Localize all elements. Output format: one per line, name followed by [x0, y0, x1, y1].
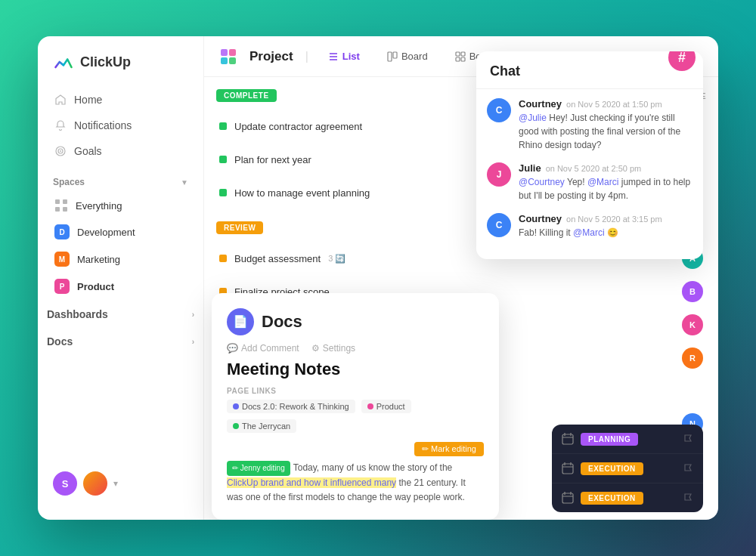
task-name: How to manage event planning — [234, 187, 370, 199]
page-link-dot — [367, 403, 373, 409]
task-count: 3 🔄 — [328, 254, 345, 264]
project-icon — [219, 48, 237, 66]
message-time: on Nov 5 2020 at 2:50 pm — [546, 164, 642, 173]
doc-title: Meeting Notes — [227, 360, 484, 379]
svg-rect-4 — [63, 199, 67, 204]
calendar-icon — [561, 462, 575, 475]
message-author: Julie — [519, 162, 541, 174]
status-badge-review: REVIEW — [216, 221, 263, 234]
execution-tag: EXECUTION — [581, 492, 643, 505]
avatar: K — [682, 314, 703, 335]
sidebar-docs[interactable]: Docs › — [38, 331, 203, 352]
message-avatar: C — [487, 98, 511, 122]
avatar: B — [682, 281, 703, 302]
sidebar-item-notifications[interactable]: Notifications — [47, 113, 194, 137]
message-time: on Nov 5 2020 at 3:15 pm — [566, 215, 662, 224]
logo-text: ClickUp — [80, 54, 131, 70]
marketing-badge: M — [54, 252, 70, 267]
page-link[interactable]: Product — [361, 400, 411, 413]
spaces-list: Everything D Development M Marketing P P… — [38, 193, 203, 301]
svg-rect-20 — [562, 434, 573, 444]
svg-rect-3 — [55, 199, 60, 204]
message-time: on Nov 5 2020 at 1:50 pm — [566, 100, 662, 109]
svg-rect-8 — [229, 49, 236, 56]
page-link[interactable]: The Jerrycan — [227, 419, 296, 433]
user-avatar[interactable]: S — [53, 471, 77, 496]
chat-title: Chat — [490, 63, 520, 79]
svg-point-2 — [60, 150, 61, 152]
task-dot — [219, 189, 227, 196]
flag-icon — [683, 463, 694, 474]
user-section: S ▾ — [38, 462, 203, 505]
svg-rect-9 — [221, 57, 228, 64]
svg-rect-15 — [393, 52, 397, 58]
svg-rect-18 — [456, 57, 460, 61]
jenny-editing-badge: ✏ Jenny editing — [227, 461, 290, 476]
svg-rect-16 — [456, 52, 460, 56]
logo[interactable]: ClickUp — [38, 51, 203, 88]
message-avatar: C — [487, 213, 511, 237]
task-name: Plan for next year — [234, 154, 311, 165]
message-author: Courtney — [519, 213, 562, 224]
sidebar-item-marketing[interactable]: M Marketing — [47, 246, 194, 272]
sidebar-item-everything[interactable]: Everything — [47, 193, 194, 218]
page-link[interactable]: Docs 2.0: Rework & Thinking — [227, 400, 355, 413]
sidebar-item-goals[interactable]: Goals — [47, 139, 194, 163]
sidebar: ClickUp Home Notifications — [38, 36, 204, 520]
chat-message: C Courtney on Nov 5 2020 at 1:50 pm @Jul… — [487, 98, 692, 152]
development-badge: D — [54, 224, 70, 239]
home-icon — [54, 94, 67, 106]
dashboards-chevron: › — [192, 310, 194, 319]
project-title: Project — [249, 49, 293, 64]
planning-row: EXECUTION — [552, 454, 703, 483]
product-badge: P — [54, 279, 70, 294]
notifications-label: Notifications — [74, 119, 132, 131]
svg-rect-24 — [562, 464, 573, 474]
board-icon — [387, 51, 398, 62]
sidebar-item-home[interactable]: Home — [47, 88, 194, 112]
message-content: Courtney on Nov 5 2020 at 3:15 pm Fab! K… — [519, 213, 662, 239]
tab-list[interactable]: List — [321, 47, 367, 66]
docs-panel-header: 📄 Docs — [227, 308, 484, 335]
task-name: Budget assessment — [234, 253, 321, 264]
sidebar-item-development[interactable]: D Development — [47, 219, 194, 245]
sidebar-dashboards[interactable]: Dashboards › — [38, 304, 203, 325]
execution-tag: EXECUTION — [581, 462, 643, 475]
message-author: Courtney — [519, 98, 562, 110]
box-icon — [455, 51, 466, 62]
sidebar-nav: Home Notifications Goals — [38, 88, 203, 165]
message-content: Julie on Nov 5 2020 at 2:50 pm @Courtney… — [519, 162, 692, 202]
goals-label: Goals — [74, 145, 102, 157]
message-content: Courtney on Nov 5 2020 at 1:50 pm @Julie… — [519, 98, 692, 152]
chat-messages: C Courtney on Nov 5 2020 at 1:50 pm @Jul… — [476, 89, 703, 259]
user-photo — [83, 471, 107, 496]
settings-button[interactable]: ⚙ Settings — [311, 343, 355, 354]
list-icon — [328, 51, 339, 62]
planning-tag: PLANNING — [581, 433, 638, 446]
clickup-logo-icon — [53, 51, 74, 73]
planning-panel: PLANNING EXECUTION EXE — [552, 425, 703, 512]
tab-board[interactable]: Board — [380, 47, 435, 66]
doc-body: ✏ Jenny editingToday, many of us know th… — [227, 461, 484, 505]
chat-message: C Courtney on Nov 5 2020 at 3:15 pm Fab!… — [487, 213, 692, 239]
sidebar-item-product[interactable]: P Product — [47, 273, 194, 299]
task-dot — [219, 156, 227, 163]
svg-rect-17 — [461, 52, 465, 56]
chat-message: J Julie on Nov 5 2020 at 2:50 pm @Courtn… — [487, 162, 692, 202]
docs-chevron: › — [192, 338, 194, 346]
calendar-icon — [561, 491, 575, 505]
mark-editing-button[interactable]: ✏ Mark editing — [414, 442, 484, 456]
svg-rect-14 — [388, 52, 392, 61]
target-icon — [54, 145, 67, 157]
svg-rect-5 — [55, 207, 60, 212]
marketing-label: Marketing — [77, 254, 120, 265]
docs-panel: 📄 Docs 💬 Add Comment ⚙ Settings Meeting … — [212, 293, 499, 520]
highlighted-text: ClickUp brand and how it influenced many — [227, 477, 396, 488]
flag-icon — [683, 493, 694, 503]
svg-rect-19 — [461, 57, 465, 61]
editor-controls: ✏ Mark editing — [227, 442, 484, 456]
add-comment-button[interactable]: 💬 Add Comment — [227, 343, 299, 354]
docs-icon: 📄 — [227, 308, 254, 335]
avatar: R — [682, 348, 703, 369]
user-dropdown-arrow[interactable]: ▾ — [113, 478, 118, 489]
